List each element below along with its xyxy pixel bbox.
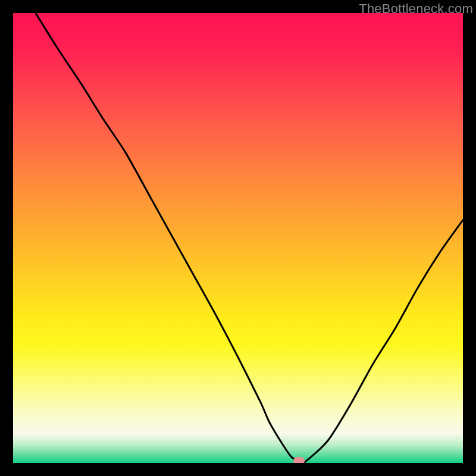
watermark: TheBottleneck.com <box>359 1 473 17</box>
optimum-marker <box>293 457 305 463</box>
bottleneck-curve <box>13 13 463 463</box>
plot-area <box>13 13 463 463</box>
